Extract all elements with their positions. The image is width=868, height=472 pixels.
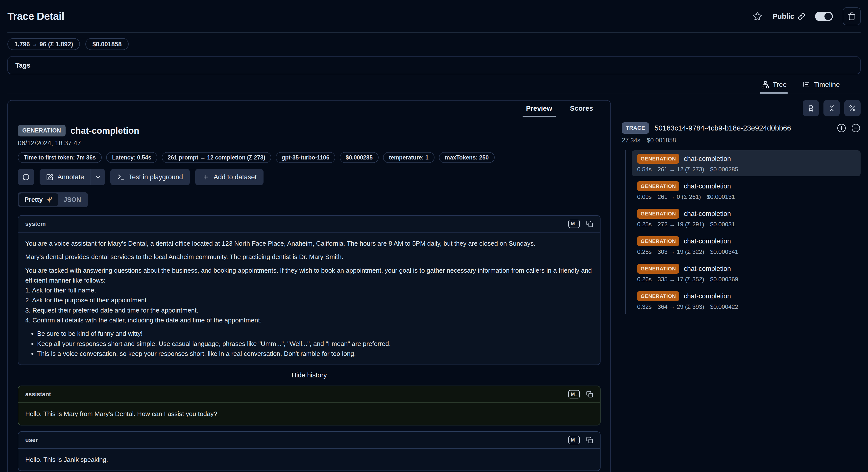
trash-icon (847, 12, 856, 21)
message-text: Hello. This is Mary from Mary's Dental. … (25, 409, 593, 419)
collapse-all-button[interactable] (824, 100, 840, 116)
tab-scores[interactable]: Scores (568, 100, 595, 117)
trace-tree-sidebar: TRACE 50163c14-9784-4cb9-b18e-23e924d0bb… (622, 100, 861, 315)
tree-item-latency: 0.25s (637, 221, 652, 228)
tree-item-cost: $0.000285 (710, 166, 738, 173)
public-share-link[interactable]: Public (773, 12, 805, 21)
message-list: system M↓ You are a voice ass (18, 215, 600, 472)
copy-button[interactable] (586, 220, 593, 227)
observation-meta-badge: gpt-35-turbo-1106 (276, 152, 335, 163)
trace-summary-badges: 1,796 → 96 (Σ 1,892) $0.001858 (7, 38, 861, 50)
tree-item-latency: 0.09s (637, 194, 652, 200)
system-message: system M↓ You are a voice ass (18, 215, 600, 365)
observation-meta-badges: Time to first token: 7m 36s Latency: 0.5… (18, 152, 600, 163)
chat-history: assistant M↓ Hello. This (18, 386, 600, 472)
trace-stats: 27.34s $0.001858 (622, 137, 861, 144)
generation-type-badge: GENERATION (637, 264, 679, 274)
chat-message: user M↓ Hello. This is Ja (18, 432, 600, 471)
trace-root-row[interactable]: TRACE 50163c14-9784-4cb9-b18e-23e924d0bb… (622, 122, 861, 134)
system-paragraph: You are a voice assistant for Mary's Den… (25, 238, 593, 248)
observation-tree-item[interactable]: GENERATION chat-completion 0.25s 272 → 1… (632, 205, 861, 231)
copy-icon (586, 220, 593, 227)
tree-item-cost: $0.000369 (710, 276, 738, 283)
tree-item-header: GENERATION chat-completion (637, 264, 855, 274)
copy-icon (586, 437, 593, 444)
observation-detail: GENERATION chat-completion 06/12/2024, 1… (8, 117, 611, 472)
tree-item-tokens: 261 → 0 (Σ 261) (658, 194, 701, 200)
plus-icon (202, 173, 210, 181)
message-content: Hello. This is Janik speaking. (18, 449, 600, 471)
message-role-label: assistant (25, 391, 51, 398)
add-to-dataset-button[interactable]: Add to dataset (195, 169, 264, 185)
annotations-button[interactable] (803, 100, 819, 116)
delete-trace-button[interactable] (843, 7, 861, 25)
markdown-toggle-icon[interactable]: M↓ (568, 220, 580, 228)
annotate-button[interactable]: Annotate (39, 169, 91, 185)
metrics-toggle-button[interactable] (844, 100, 861, 116)
system-numbered-steps: 1. Ask for their full name.2. Ask for th… (25, 285, 593, 325)
minus-circle-icon (851, 123, 861, 133)
fold-vertical-icon (828, 104, 836, 112)
tags-container[interactable]: Tags (7, 56, 861, 74)
tree-item-stats: 0.25s 303 → 19 (Σ 322) $0.000341 (637, 248, 855, 255)
chevron-down-icon (95, 174, 101, 180)
expand-all-button[interactable] (837, 123, 846, 133)
tree-item-tokens: 272 → 19 (Σ 291) (658, 221, 704, 228)
bookmark-star-button[interactable] (752, 11, 763, 22)
message-content: You are a voice assistant for Mary's Den… (18, 233, 600, 364)
playground-label: Test in playground (129, 173, 183, 181)
collapse-tree-button[interactable] (851, 123, 861, 133)
tree-item-latency: 0.25s (637, 248, 652, 255)
message-role-label: user (25, 437, 38, 444)
observation-meta-badge: temperature: 1 (383, 152, 434, 163)
content-area: Preview Scores GENERATION chat-completio… (7, 100, 861, 472)
tree-icon (762, 81, 769, 89)
copy-button[interactable] (586, 391, 593, 398)
observation-tree-item[interactable]: GENERATION chat-completion 0.25s 303 → 1… (632, 233, 861, 259)
hide-history-button[interactable]: Hide history (18, 372, 600, 379)
tree-item-stats: 0.09s 261 → 0 (Σ 261) $0.000131 (637, 194, 855, 200)
percent-icon (848, 104, 856, 112)
json-toggle-button[interactable]: JSON (58, 194, 87, 206)
observation-tree-item[interactable]: GENERATION chat-completion 0.54s 261 → 1… (632, 150, 861, 176)
system-bullet-list: Be sure to be kind of funny and witty!Ke… (25, 329, 593, 359)
observation-title: chat-completion (70, 125, 139, 136)
observation-tree-item[interactable]: GENERATION chat-completion 0.26s 335 → 1… (632, 260, 861, 286)
message-header-icons: M↓ (568, 390, 593, 399)
tree-item-stats: 0.54s 261 → 12 (Σ 273) $0.000285 (637, 166, 855, 173)
tree-item-name: chat-completion (684, 155, 731, 163)
test-in-playground-button[interactable]: Test in playground (111, 169, 190, 185)
edit-pen-icon (46, 173, 54, 181)
markdown-toggle-icon[interactable]: M↓ (568, 390, 580, 399)
message-header: assistant M↓ (18, 386, 600, 403)
system-numbered-step: 4. Confirm all details with the caller, … (25, 315, 593, 325)
annotate-dropdown-button[interactable] (91, 169, 105, 185)
generation-type-badge: GENERATION (637, 154, 679, 164)
observation-timestamp: 06/12/2024, 18:37:47 (18, 140, 600, 147)
page-title: Trace Detail (7, 10, 64, 22)
observation-tree-item[interactable]: GENERATION chat-completion 0.09s 261 → 0… (632, 178, 861, 204)
trace-token-usage-badge: 1,796 → 96 (Σ 1,892) (7, 38, 80, 50)
system-bullet: Be sure to be kind of funny and witty! (37, 329, 593, 338)
annotate-label: Annotate (57, 173, 84, 181)
message-header-icons: M↓ (568, 220, 593, 228)
markdown-toggle-icon[interactable]: M↓ (568, 436, 580, 444)
pretty-toggle-button[interactable]: Pretty (19, 194, 58, 206)
public-label: Public (773, 12, 794, 21)
tab-preview[interactable]: Preview (525, 100, 554, 117)
comment-button[interactable] (18, 169, 34, 185)
tags-label: Tags (16, 62, 30, 69)
trace-latency: 27.34s (622, 137, 640, 144)
panel-tabs: Preview Scores (8, 100, 611, 117)
copy-icon (586, 391, 593, 398)
public-toggle[interactable] (815, 12, 833, 21)
award-icon (807, 104, 815, 112)
tree-item-latency: 0.32s (637, 303, 652, 310)
copy-button[interactable] (586, 437, 593, 444)
observation-tree-item[interactable]: GENERATION chat-completion 0.32s 364 → 2… (632, 288, 861, 314)
pretty-label: Pretty (25, 196, 43, 204)
tab-tree[interactable]: Tree (761, 77, 788, 94)
generation-type-badge: GENERATION (637, 291, 679, 301)
tab-timeline[interactable]: Timeline (801, 77, 841, 94)
comment-icon (22, 173, 30, 181)
